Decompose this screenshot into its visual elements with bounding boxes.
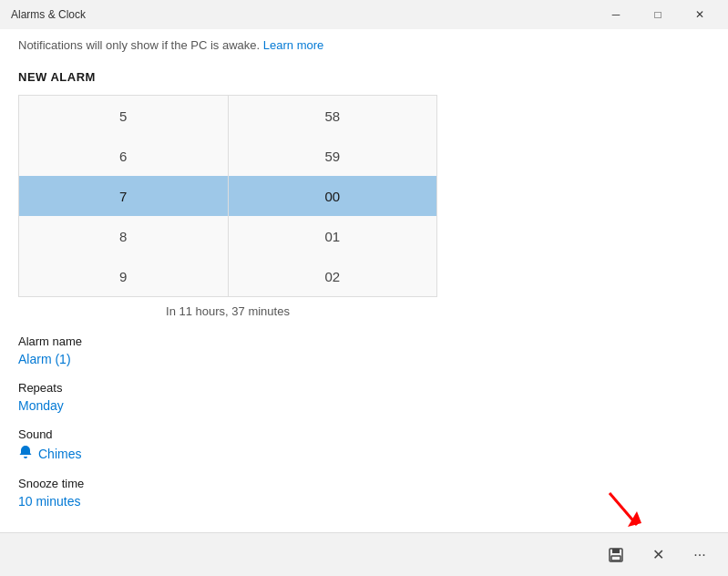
delete-button[interactable]: ✕ [637,537,679,573]
hours-column: 5 6 7 8 9 [19,96,229,296]
maximize-button[interactable]: □ [637,0,679,29]
hour-5[interactable]: 5 [19,96,228,136]
svg-rect-3 [612,549,620,553]
sound-name: Chimes [38,447,81,461]
repeats-value[interactable]: Monday [18,398,710,413]
hour-8[interactable]: 8 [19,216,228,256]
minutes-column: 58 59 00 01 02 [229,96,437,296]
minute-00[interactable]: 00 [229,176,437,216]
sound-label: Sound [18,427,710,441]
red-arrow-indicator [600,489,646,534]
repeats-label: Repeats [18,381,710,395]
time-subtitle: In 11 hours, 37 minutes [18,304,437,318]
main-content: Notifications will only show if the PC i… [0,29,728,532]
learn-more-link[interactable]: Learn more [263,38,323,52]
svg-marker-1 [628,511,641,527]
delete-icon: ✕ [652,546,664,563]
save-button[interactable] [595,537,637,573]
svg-rect-4 [611,556,620,561]
alarm-name-value[interactable]: Alarm (1) [18,352,710,366]
alarm-form: NEW ALARM 5 6 7 8 9 58 59 00 01 02 In 11… [0,61,728,532]
minute-59[interactable]: 59 [229,136,437,176]
hour-9[interactable]: 9 [19,256,228,296]
minute-02[interactable]: 02 [229,256,437,296]
notification-banner: Notifications will only show if the PC i… [0,29,728,61]
window-title: Alarms & Clock [11,8,86,21]
minimize-button[interactable]: ─ [595,0,637,29]
time-picker: 5 6 7 8 9 58 59 00 01 02 [18,95,437,297]
sound-value[interactable]: Chimes [18,445,710,462]
more-icon: ··· [693,547,705,563]
alarm-name-label: Alarm name [18,334,710,348]
notification-text: Notifications will only show if the PC i… [18,38,260,52]
minute-58[interactable]: 58 [229,96,437,136]
section-title: NEW ALARM [18,70,710,84]
minute-01[interactable]: 01 [229,216,437,256]
title-bar: Alarms & Clock ─ □ ✕ [0,0,728,29]
bottom-toolbar: ✕ ··· [0,532,728,576]
hour-6[interactable]: 6 [19,136,228,176]
close-button[interactable]: ✕ [679,0,721,29]
save-icon [607,546,625,564]
more-button[interactable]: ··· [679,537,721,573]
window-controls: ─ □ ✕ [595,0,721,29]
bell-icon [18,445,33,462]
hour-7[interactable]: 7 [19,176,228,216]
